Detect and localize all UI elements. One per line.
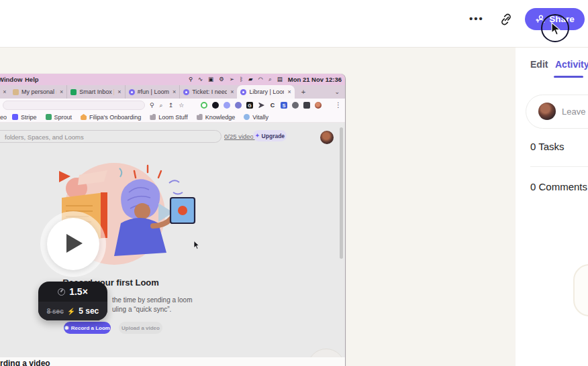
extensions-puzzle-icon[interactable] xyxy=(292,102,299,109)
bookmarks-bar: eo Stripe Sprout Filipa's Onboarding Loo… xyxy=(0,112,345,123)
loom-search-input[interactable]: folders, Spaces, and Looms xyxy=(0,130,222,143)
bluetooth-icon[interactable]: ᛒ xyxy=(240,76,243,82)
user-switch-icon[interactable]: ▤ xyxy=(277,76,283,82)
display-icon[interactable]: ▣ xyxy=(208,76,213,82)
browser-tabstrip: × My personal no × Smart Inbox | S × #fu… xyxy=(0,85,345,99)
browser-toolbar: ⚲ ⌕ ↥ ☆ G C S ⋮ xyxy=(0,99,345,112)
speed-overlay: 1.5× 8 sec ⚡ 5 sec xyxy=(38,282,107,320)
extension-icon[interactable]: S xyxy=(281,102,287,109)
upgrade-button[interactable]: ✦ Upgrade xyxy=(253,130,287,141)
loom-favicon xyxy=(183,89,189,95)
extension-icon[interactable] xyxy=(258,102,264,109)
tab-edit[interactable]: Edit xyxy=(530,59,548,70)
tab-my-personal[interactable]: My personal no × xyxy=(9,85,66,99)
settings-icon[interactable]: ⚙ xyxy=(219,76,224,82)
browser-profile-avatar[interactable] xyxy=(315,102,322,109)
video-player[interactable]: Window Help ⚲ ∿ ▣ ⚙ ➢ ᛒ ▰ ◠ ⌕ ▤ Mon 21 N… xyxy=(0,74,345,366)
inbox-favicon xyxy=(70,89,77,95)
bookmark-item[interactable]: Sprout xyxy=(46,114,72,121)
tab-close-icon[interactable]: × xyxy=(287,88,291,95)
divider xyxy=(530,166,588,167)
bookmark-folder[interactable]: Loom Stuff xyxy=(150,114,187,121)
bookmark-item[interactable]: Filipa's Onboarding xyxy=(81,114,141,121)
page-scrollbar[interactable] xyxy=(340,127,343,259)
new-tab-button[interactable]: + xyxy=(301,88,305,96)
share-page-icon[interactable]: ↥ xyxy=(168,103,174,109)
tab-fun-loom[interactable]: #fun | Loom × xyxy=(125,85,180,99)
menubar-clock: Mon 21 Nov 12:36 xyxy=(288,76,342,83)
search-icon[interactable]: ⌕ xyxy=(160,103,163,109)
tab-close-icon[interactable]: × xyxy=(60,88,63,95)
wifi-icon[interactable]: ◠ xyxy=(258,76,263,82)
extension-icon[interactable]: C xyxy=(269,102,276,109)
speedometer-icon xyxy=(58,288,65,296)
macos-menubar: Window Help ⚲ ∿ ▣ ⚙ ➢ ᛒ ▰ ◠ ⌕ ▤ Mon 21 N… xyxy=(0,74,345,85)
folder-icon xyxy=(150,114,156,120)
tab-activity[interactable]: Activity xyxy=(555,59,588,70)
video-title-fragment: rding a video xyxy=(0,359,345,366)
loom-favicon xyxy=(240,89,246,95)
bookmark-item[interactable]: eo xyxy=(0,114,7,121)
tab-search-chevron-icon[interactable]: ⌄ xyxy=(334,88,340,95)
extension-icon[interactable] xyxy=(235,102,242,109)
onboarding-icon xyxy=(81,114,87,120)
empty-state-text-line2: uling a “quick sync”. xyxy=(112,306,171,313)
loom-library-page: folders, Spaces, and Looms 0/25 videos ✦… xyxy=(0,123,345,366)
page-header: ••• Share xyxy=(0,0,588,48)
vitally-icon xyxy=(244,114,250,120)
bookmark-item[interactable]: Stripe xyxy=(12,114,37,121)
extension-icon[interactable]: G xyxy=(246,102,253,109)
active-tab-underline xyxy=(554,76,583,78)
bookmark-star-icon[interactable]: ☆ xyxy=(179,103,184,109)
playback-speed-value: 1.5× xyxy=(69,286,88,297)
send-icon[interactable]: ➢ xyxy=(230,76,234,82)
play-icon xyxy=(66,234,83,253)
sprout-icon xyxy=(46,114,52,120)
main-content: Window Help ⚲ ∿ ▣ ⚙ ➢ ᛒ ▰ ◠ ⌕ ▤ Mon 21 N… xyxy=(0,48,588,366)
browser-menu-icon[interactable]: ⋮ xyxy=(335,101,342,109)
comment-placeholder: Leave a comment xyxy=(562,107,588,117)
more-options-button[interactable]: ••• xyxy=(469,13,484,24)
notes-favicon xyxy=(13,89,19,95)
mouse-cursor xyxy=(551,22,561,39)
tab-close-icon[interactable]: × xyxy=(0,88,9,95)
recorded-cursor xyxy=(193,241,200,253)
mic-icon[interactable]: ⚲ xyxy=(189,76,193,82)
tab-ticket[interactable]: Ticket: I need t × xyxy=(179,85,237,99)
extension-icon[interactable] xyxy=(201,102,207,109)
address-bar[interactable] xyxy=(3,101,145,110)
activity-icon[interactable]: ∿ xyxy=(198,76,203,82)
tasks-count: 0 Tasks xyxy=(530,141,565,152)
videos-count[interactable]: 0/25 videos xyxy=(224,133,257,140)
menu-help[interactable]: Help xyxy=(25,76,39,83)
battery-icon[interactable]: ▰ xyxy=(248,76,253,82)
sped-up-duration: 5 sec xyxy=(79,306,99,316)
tab-close-icon[interactable]: × xyxy=(117,88,121,95)
tab-close-icon[interactable]: × xyxy=(173,88,176,95)
comments-count: 0 Comments xyxy=(530,181,587,192)
extension-icon[interactable] xyxy=(224,102,230,109)
extension-icon[interactable] xyxy=(212,102,219,109)
menu-window[interactable]: Window xyxy=(0,76,22,83)
extension-icon[interactable] xyxy=(303,102,310,109)
reactions-panel-edge xyxy=(573,264,588,316)
toolbar-icons: ⚲ ⌕ ↥ ☆ xyxy=(150,99,184,112)
voice-search-icon[interactable]: ⚲ xyxy=(150,103,154,109)
loom-search-placeholder: folders, Spaces, and Looms xyxy=(5,133,84,141)
tab-close-icon[interactable]: × xyxy=(230,88,234,95)
upload-a-video-button[interactable]: Upload a video xyxy=(119,322,162,334)
activity-sidebar: Edit Activity Leave a comment 0 Tasks 0 … xyxy=(516,48,588,366)
folder-icon xyxy=(197,114,203,120)
empty-state-text-line1: the time by sending a loom xyxy=(112,296,193,304)
user-avatar xyxy=(538,103,556,120)
bookmark-folder[interactable]: Knowledge xyxy=(197,114,236,121)
spotlight-search-icon[interactable]: ⌕ xyxy=(268,76,272,82)
bookmark-item[interactable]: Vitally xyxy=(244,114,268,121)
tab-library-active[interactable]: Library | Loom × xyxy=(237,85,294,99)
copy-link-icon[interactable] xyxy=(499,12,513,27)
record-a-loom-button[interactable]: ❋ Record a Loom xyxy=(64,322,111,334)
sparkle-icon: ✦ xyxy=(255,133,260,139)
stripe-icon xyxy=(12,114,18,120)
loom-profile-avatar[interactable] xyxy=(320,131,334,144)
tab-smart-inbox[interactable]: Smart Inbox | S × xyxy=(66,85,124,99)
